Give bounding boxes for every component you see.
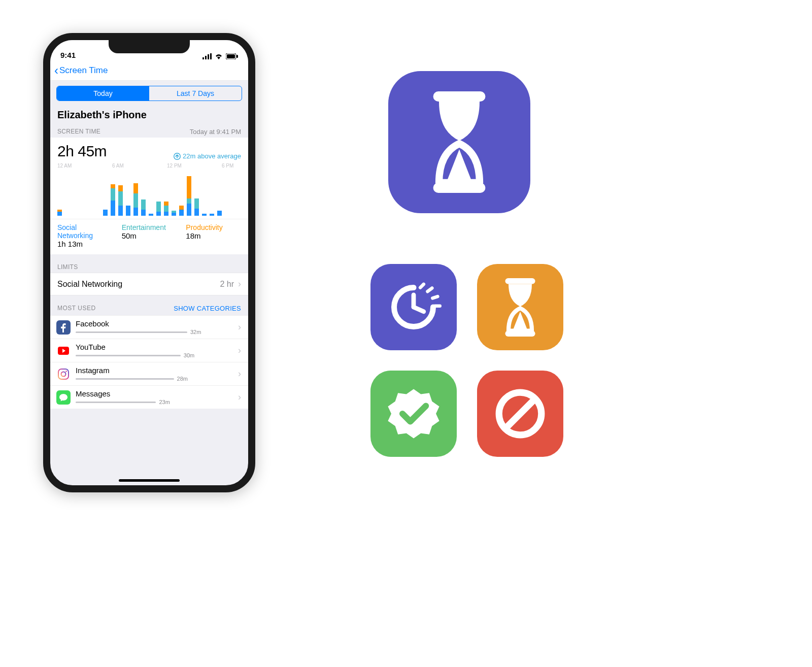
chart-bar (164, 202, 168, 216)
app-row[interactable]: Messages23m› (50, 385, 248, 409)
svg-line-17 (428, 288, 432, 292)
app-row[interactable]: Instagram28m› (50, 362, 248, 385)
arrow-up-circle-icon (174, 153, 181, 160)
hour-labels: 12 AM 6 AM 12 PM 6 PM (50, 162, 248, 169)
facebook-icon (56, 320, 71, 335)
screen-time-header-row: SCREEN TIME Today at 9:41 PM (50, 125, 248, 138)
tab-last-7-days[interactable]: Last 7 Days (149, 86, 242, 101)
svg-line-18 (432, 296, 437, 298)
chart-bar (149, 214, 153, 216)
svg-rect-3 (210, 53, 212, 59)
hourglass-icon (421, 91, 497, 193)
back-label: Screen Time (59, 65, 108, 76)
screen-time-timestamp: Today at 9:41 PM (190, 128, 241, 136)
chart-bar (57, 210, 62, 216)
app-time: 30m (184, 352, 194, 358)
app-name: YouTube (76, 343, 233, 351)
app-row[interactable]: Facebook32m› (50, 315, 248, 339)
iphone-frame: 9:41 ‹ Screen Time Today Last 7 Days Eli… (43, 33, 255, 492)
category-totals: Social Networking 1h 13m Entertainment 5… (50, 219, 248, 254)
home-indicator[interactable] (119, 479, 180, 482)
chart-bar (103, 210, 108, 216)
svg-rect-6 (236, 55, 238, 58)
category-productivity: Productivity 18m (186, 223, 241, 248)
svg-rect-14 (433, 91, 486, 102)
cellular-icon (202, 53, 212, 59)
svg-rect-10 (58, 369, 69, 379)
svg-rect-1 (205, 56, 207, 59)
app-usage-bar (76, 378, 174, 380)
svg-line-21 (414, 307, 424, 312)
back-button[interactable]: ‹ Screen Time (54, 64, 108, 77)
status-time: 9:41 (60, 51, 76, 59)
chevron-right-icon: › (238, 392, 241, 403)
device-title: Elizabeth's iPhone (50, 106, 248, 125)
category-social: Social Networking 1h 13m (57, 223, 113, 248)
show-categories-button[interactable]: SHOW CATEGORIES (174, 305, 241, 312)
chart-bar (217, 211, 222, 216)
restrictions-icon (477, 371, 563, 457)
chart-bar (133, 183, 138, 216)
chevron-right-icon: › (238, 322, 241, 332)
chart-bar (118, 185, 123, 216)
svg-point-12 (65, 371, 67, 372)
app-time: 23m (159, 399, 170, 405)
svg-rect-0 (202, 57, 204, 59)
chart-bar (202, 214, 207, 216)
app-usage-bar (76, 402, 156, 403)
chart-bar (111, 184, 115, 216)
most-used-header: MOST USED (57, 305, 96, 312)
limit-name: Social Networking (57, 280, 122, 289)
most-used-header-row: MOST USED SHOW CATEGORIES (50, 295, 248, 315)
limit-row-social[interactable]: Social Networking 2 hr › (50, 273, 248, 295)
chart-bar (210, 214, 214, 216)
svg-rect-2 (208, 54, 209, 59)
always-allowed-icon (370, 371, 457, 457)
app-time: 28m (177, 376, 188, 382)
screen-time-card: 2h 45m 22m above average 12 AM 6 AM 12 P… (50, 138, 248, 254)
app-name: Facebook (76, 319, 233, 328)
total-time: 2h 45m (57, 143, 107, 160)
tab-today[interactable]: Today (57, 86, 149, 101)
app-name: Instagram (76, 366, 233, 375)
chevron-left-icon: ‹ (54, 64, 58, 77)
app-usage-bar (76, 331, 187, 333)
delta-vs-average: 22m above average (174, 152, 241, 160)
category-entertainment: Entertainment 50m (122, 223, 177, 248)
chart-bar (126, 206, 130, 216)
chart-bar (179, 206, 184, 216)
svg-rect-22 (505, 278, 535, 284)
notch (109, 40, 190, 53)
screen-time-app-icon (388, 71, 530, 213)
app-name: Messages (76, 389, 233, 398)
limit-value: 2 hr (220, 280, 234, 289)
chevron-right-icon: › (238, 345, 241, 356)
segmented-control: Today Last 7 Days (56, 86, 242, 101)
screen-time-header: SCREEN TIME (57, 128, 100, 136)
svg-line-26 (505, 399, 534, 428)
chart-bar (141, 199, 146, 216)
battery-icon (226, 53, 238, 59)
downtime-icon (370, 264, 457, 350)
chevron-right-icon: › (238, 279, 241, 289)
chart-bar (187, 176, 191, 216)
nav-bar: ‹ Screen Time (50, 60, 248, 81)
app-usage-bar (76, 355, 181, 356)
svg-line-16 (420, 284, 424, 288)
chart-bar (172, 211, 176, 216)
usage-bar-chart (50, 169, 248, 219)
instagram-icon (56, 367, 71, 381)
messages-icon (56, 390, 71, 405)
app-time: 32m (190, 329, 201, 335)
limits-header: LIMITS (50, 254, 248, 273)
svg-marker-24 (388, 389, 439, 439)
svg-rect-5 (227, 54, 235, 58)
chevron-right-icon: › (238, 369, 241, 379)
app-row[interactable]: YouTube30m› (50, 339, 248, 362)
svg-point-11 (61, 372, 66, 376)
app-limits-icon (477, 264, 563, 350)
chart-bar (194, 198, 199, 216)
chart-bar (156, 202, 161, 216)
most-used-list: Facebook32m›YouTube30m›Instagram28m›Mess… (50, 315, 248, 409)
youtube-icon (56, 344, 71, 358)
